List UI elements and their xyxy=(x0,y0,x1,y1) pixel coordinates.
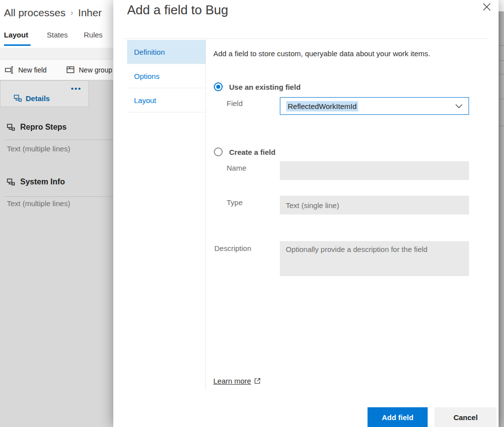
group-field-row[interactable]: Text (multiple lines) xyxy=(7,199,70,208)
radio-unselected-icon xyxy=(214,147,223,156)
chevron-down-icon[interactable] xyxy=(455,104,463,108)
divider xyxy=(123,38,489,39)
divider xyxy=(5,196,113,197)
new-group-icon xyxy=(67,66,75,74)
new-field-icon xyxy=(5,66,14,74)
group-icon xyxy=(7,124,15,131)
radio-label: Create a field xyxy=(229,148,275,156)
divider xyxy=(205,38,206,390)
group-field-row[interactable]: Text (multiple lines) xyxy=(7,144,70,153)
group-title-label: Repro Steps xyxy=(20,123,67,132)
description-label: Description xyxy=(214,244,251,252)
radio-selected-icon xyxy=(214,82,223,91)
name-label: Name xyxy=(227,164,246,172)
nav-item-definition[interactable]: Definition xyxy=(127,40,205,64)
cancel-button[interactable]: Cancel xyxy=(435,407,497,427)
dialog-nav: Definition Options Layout xyxy=(127,40,205,112)
group-icon xyxy=(7,178,15,185)
group-header-system-info[interactable]: System Info xyxy=(7,178,65,186)
page-tab-label: Details xyxy=(26,94,50,103)
divider xyxy=(499,74,504,74)
field-label: Field xyxy=(227,99,243,107)
new-field-button[interactable]: New field xyxy=(5,60,47,80)
divider xyxy=(5,140,113,140)
page-tab-menu-button[interactable]: ••• xyxy=(71,84,82,93)
field-combobox[interactable]: ReflectedWorkItemId xyxy=(280,97,469,115)
breadcrumb-current: Inher xyxy=(78,7,102,18)
divider xyxy=(499,126,504,126)
breadcrumb: All processes›Inher xyxy=(4,7,101,19)
page-tab-details[interactable]: Details ••• xyxy=(0,80,89,107)
new-group-button[interactable]: New group xyxy=(67,60,112,80)
tab-rules[interactable]: Rules xyxy=(84,31,102,39)
divider xyxy=(499,60,504,61)
tab-layout[interactable]: Layout xyxy=(4,31,28,39)
divider xyxy=(499,45,504,46)
nav-item-layout[interactable]: Layout xyxy=(127,88,205,112)
close-icon[interactable] xyxy=(480,0,494,14)
active-tab-underline xyxy=(4,44,31,46)
divider xyxy=(499,99,504,99)
radio-label: Use an existing field xyxy=(229,83,301,91)
external-link-icon xyxy=(254,378,261,384)
breadcrumb-chevron-icon: › xyxy=(70,8,73,17)
nav-item-options[interactable]: Options xyxy=(127,64,205,88)
background-right-edge xyxy=(499,11,504,427)
new-group-label: New group xyxy=(79,66,112,74)
breadcrumb-root[interactable]: All processes xyxy=(4,7,66,18)
radio-use-existing-field[interactable]: Use an existing field xyxy=(214,82,301,91)
dialog-title: Add a field to Bug xyxy=(127,2,228,18)
learn-more-link[interactable]: Learn more xyxy=(213,377,261,385)
dialog-intro-text: Add a field to store custom, queryable d… xyxy=(213,49,489,58)
add-field-button[interactable]: Add field xyxy=(368,407,428,427)
field-combobox-value: ReflectedWorkItemId xyxy=(286,101,358,111)
tab-states[interactable]: States xyxy=(47,31,68,39)
new-field-label: New field xyxy=(18,66,47,74)
type-input-disabled: Text (single line) xyxy=(280,196,469,214)
name-input-disabled xyxy=(280,161,469,180)
add-field-dialog: Add a field to Bug Definition Options La… xyxy=(113,0,499,427)
type-label: Type xyxy=(227,198,243,207)
group-icon xyxy=(14,95,22,102)
group-title-label: System Info xyxy=(20,178,65,186)
radio-create-a-field[interactable]: Create a field xyxy=(214,147,275,156)
learn-more-label: Learn more xyxy=(213,377,251,385)
group-header-repro-steps[interactable]: Repro Steps xyxy=(7,123,67,132)
description-textarea-disabled: Optionally provide a description for the… xyxy=(280,241,469,276)
